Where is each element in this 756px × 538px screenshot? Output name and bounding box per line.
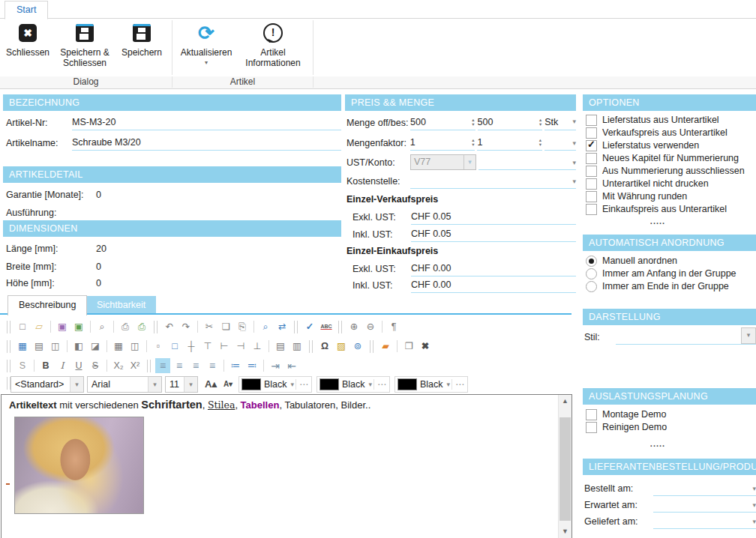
zoom-out-icon[interactable]: ⊖: [363, 319, 378, 334]
italic-icon[interactable]: I: [55, 358, 70, 373]
checkbox[interactable]: [586, 422, 597, 433]
paste-icon[interactable]: ⎘: [235, 319, 250, 334]
spinner-icon[interactable]: ▴▾: [471, 135, 475, 150]
save-as-icon[interactable]: ▣: [71, 319, 86, 334]
subscript-icon[interactable]: X₂: [111, 358, 126, 373]
justify-icon[interactable]: ≡: [205, 358, 220, 373]
erwartet-date-combo[interactable]: ▾: [653, 498, 756, 513]
border-inner-icon[interactable]: ┼: [184, 339, 199, 354]
editor-scrollbar[interactable]: ▲ ▼: [558, 395, 572, 538]
chevron-down-icon[interactable]: ▾: [741, 327, 756, 344]
chevron-down-icon[interactable]: ▾: [572, 156, 576, 169]
checkbox[interactable]: [586, 191, 597, 202]
artikel-nr-input[interactable]: MS-M3-20: [72, 115, 341, 130]
hyperlink-icon[interactable]: ⊚: [350, 339, 365, 354]
shrink-font-icon[interactable]: A▾: [220, 376, 236, 393]
option-row[interactable]: Neues Kapitel für Nummerierung: [586, 152, 739, 164]
scroll-up-icon[interactable]: ▲: [559, 395, 572, 408]
find-icon[interactable]: ⌕: [258, 319, 273, 334]
scrollbar-thumb[interactable]: [560, 417, 571, 521]
spinner-icon[interactable]: ▴▾: [471, 115, 475, 130]
save-and-close-button[interactable]: Speichern & Schliessen: [52, 20, 117, 68]
close-button[interactable]: ✖ Schliessen: [6, 20, 50, 58]
more-colors-button[interactable]: ⋯: [452, 379, 467, 390]
chevron-down-icon[interactable]: ▾: [752, 515, 756, 528]
copy-icon[interactable]: ❏: [218, 319, 233, 334]
faktor2-spinner[interactable]: 1 ▴▾: [477, 135, 542, 151]
insert-column-icon[interactable]: ◧: [71, 339, 86, 354]
distribute-rows-icon[interactable]: ▤: [273, 339, 288, 354]
checkbox[interactable]: [586, 127, 597, 139]
highlight-color-picker[interactable]: Black ▾ ⋯: [316, 376, 390, 393]
option-row[interactable]: Reinigen Demo: [586, 421, 667, 433]
vk-exkl-input[interactable]: CHF 0.05: [411, 209, 576, 225]
tab-sichtbarkeit[interactable]: Sichtbarkeit: [86, 296, 156, 314]
indent-decrease-icon[interactable]: ⇤: [284, 358, 299, 373]
chevron-down-icon[interactable]: ▾: [368, 378, 374, 391]
new-document-icon[interactable]: □: [15, 319, 30, 334]
ribbon-tab-start[interactable]: Start: [4, 1, 48, 19]
checkbox[interactable]: [586, 409, 597, 420]
merge-cells-icon[interactable]: ◫: [128, 339, 142, 354]
border-top-icon[interactable]: ⊤: [200, 339, 215, 354]
spell-check-icon[interactable]: ✓: [302, 319, 317, 334]
radio-row[interactable]: Immer am Ende in der Gruppe: [586, 280, 729, 292]
table-properties-icon[interactable]: ▦: [111, 339, 126, 354]
bullet-list-icon[interactable]: ≔: [228, 358, 243, 373]
geliefert-date-combo[interactable]: ▾: [653, 515, 756, 529]
more-colors-button[interactable]: ⋯: [374, 379, 389, 390]
spinner-icon[interactable]: ▴▾: [538, 115, 542, 130]
formatting-marks-icon[interactable]: ¶: [386, 319, 401, 334]
numbered-list-icon[interactable]: ≕: [244, 358, 260, 373]
insert-image-icon[interactable]: ▨: [334, 339, 349, 354]
article-text[interactable]: Artikeltext mit verschiedenen Schriftart…: [9, 399, 370, 411]
checkbox[interactable]: [586, 115, 597, 126]
more-colors-button[interactable]: ⋯: [296, 379, 311, 390]
border-color-picker[interactable]: Black ▾ ⋯: [394, 376, 468, 393]
indent-increase-icon[interactable]: ⇥: [268, 358, 283, 373]
options-expander[interactable]: .....: [583, 217, 733, 226]
chevron-down-icon[interactable]: ▾: [446, 378, 452, 391]
insert-row-icon[interactable]: ◪: [88, 339, 103, 354]
kostenstelle-combo[interactable]: ▾: [410, 175, 576, 189]
konto-combo[interactable]: ▾: [478, 156, 576, 170]
table-column-split-icon[interactable]: ◫: [48, 339, 63, 354]
tab-beschreibung[interactable]: Beschreibung: [8, 295, 87, 315]
radio-row[interactable]: Immer am Anfang in der Gruppe: [586, 268, 736, 279]
chevron-down-icon[interactable]: ▾: [572, 175, 576, 188]
border-bottom-icon[interactable]: ⊥: [250, 339, 265, 354]
print-icon[interactable]: ⎙: [118, 319, 133, 334]
font-color-picker[interactable]: Black ▾ ⋯: [238, 376, 312, 393]
chevron-down-icon[interactable]: ▾: [290, 378, 296, 391]
border-right-icon[interactable]: ⊢: [217, 339, 232, 354]
article-info-button[interactable]: ! Artikel Informationen: [238, 20, 308, 68]
checkbox-checked[interactable]: [586, 140, 597, 151]
table-row-layout-icon[interactable]: ▤: [32, 339, 46, 354]
replace-icon[interactable]: ⇄: [274, 319, 290, 334]
radio[interactable]: [586, 281, 597, 292]
print-preview-icon[interactable]: ⌕: [94, 319, 110, 334]
delete-table-icon[interactable]: ✖: [418, 339, 433, 354]
grow-font-icon[interactable]: A▴: [202, 376, 219, 393]
align-right-icon[interactable]: ≡: [188, 358, 203, 373]
radio[interactable]: [586, 268, 597, 279]
artikelname-input[interactable]: Schraube M3/20: [72, 135, 341, 151]
superscript-icon[interactable]: X²: [128, 358, 142, 373]
einheit-combo[interactable]: Stk ▾: [544, 115, 576, 130]
ek-inkl-input[interactable]: CHF 0.00: [411, 277, 576, 293]
auslastung-expander[interactable]: .....: [583, 439, 733, 448]
chevron-down-icon[interactable]: ▾: [184, 377, 197, 392]
breite-input[interactable]: 0: [96, 259, 341, 274]
save-icon[interactable]: ▣: [55, 319, 70, 334]
checkbox[interactable]: [586, 178, 597, 190]
zoom-in-icon[interactable]: ⊕: [346, 319, 362, 334]
cut-icon[interactable]: ✂: [202, 319, 217, 334]
option-row[interactable]: Mit Währung runden: [586, 190, 687, 202]
option-row[interactable]: Lieferstatus aus Unterartikel: [586, 114, 719, 126]
border-outer-icon[interactable]: □: [167, 339, 182, 354]
autocorrect-icon[interactable]: ABC: [319, 319, 334, 334]
option-row[interactable]: Verkaufspreis aus Unterartikel: [586, 127, 728, 139]
faktor-einheit-combo[interactable]: ▾: [544, 136, 576, 151]
style-icon[interactable]: S: [15, 358, 30, 373]
distribute-columns-icon[interactable]: ▥: [290, 339, 304, 354]
